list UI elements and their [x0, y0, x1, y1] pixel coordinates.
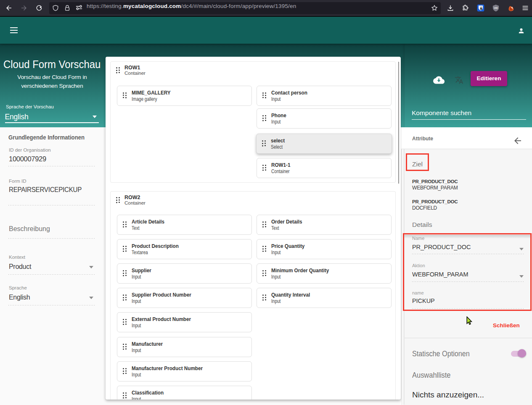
svg-text:UO: UO	[494, 7, 498, 9]
